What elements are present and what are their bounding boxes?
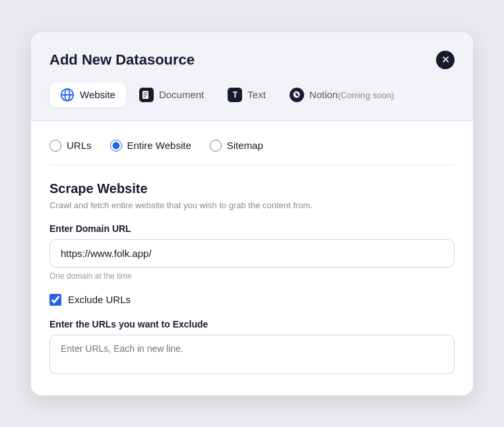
section-divider bbox=[49, 165, 455, 165]
exclude-field-label: Enter the URLs you want to Exclude bbox=[49, 319, 455, 329]
radio-urls-input[interactable] bbox=[49, 140, 61, 152]
radio-group: URLs Entire Website Sitemap bbox=[49, 140, 455, 152]
notion-icon bbox=[290, 88, 304, 102]
document-icon bbox=[139, 88, 154, 102]
tab-text[interactable]: T Text bbox=[217, 82, 276, 107]
radio-sitemap[interactable]: Sitemap bbox=[210, 140, 263, 152]
radio-sitemap-input[interactable] bbox=[210, 140, 222, 152]
radio-sitemap-label: Sitemap bbox=[227, 140, 263, 151]
exclude-urls-label[interactable]: Exclude URLs bbox=[68, 294, 131, 305]
domain-field-label: Enter Domain URL bbox=[49, 223, 455, 234]
modal-title: Add New Datasource bbox=[49, 51, 195, 69]
domain-url-input[interactable] bbox=[49, 239, 455, 268]
exclude-urls-row: Exclude URLs bbox=[49, 294, 455, 306]
tab-notion[interactable]: Notion(Coming soon) bbox=[279, 82, 405, 107]
section-description: Crawl and fetch entire website that you … bbox=[49, 200, 455, 210]
tab-website-label: Website bbox=[80, 89, 115, 100]
radio-urls[interactable]: URLs bbox=[49, 140, 92, 152]
section-title: Scrape Website bbox=[49, 181, 455, 196]
exclude-urls-textarea[interactable] bbox=[49, 335, 455, 374]
tabs-bar: Website Document T Text bbox=[31, 82, 473, 121]
globe-icon bbox=[60, 88, 75, 102]
modal-body: URLs Entire Website Sitemap Scrape Websi… bbox=[31, 121, 473, 395]
add-datasource-modal: Add New Datasource ✕ Website bbox=[31, 32, 473, 395]
radio-urls-label: URLs bbox=[67, 140, 92, 151]
tab-document-label: Document bbox=[159, 89, 204, 100]
radio-entire-website-label: Entire Website bbox=[127, 140, 191, 151]
close-button[interactable]: ✕ bbox=[436, 51, 455, 69]
domain-field-hint: One domain at the time bbox=[49, 271, 455, 281]
modal-header: Add New Datasource ✕ bbox=[31, 32, 473, 82]
radio-entire-website[interactable]: Entire Website bbox=[110, 140, 191, 152]
text-icon: T bbox=[228, 88, 242, 102]
exclude-urls-checkbox[interactable] bbox=[49, 294, 61, 306]
tab-text-label: Text bbox=[247, 89, 266, 100]
tab-document[interactable]: Document bbox=[129, 82, 214, 107]
tab-website[interactable]: Website bbox=[49, 82, 126, 107]
tab-notion-label: Notion(Coming soon) bbox=[309, 89, 394, 100]
close-icon: ✕ bbox=[441, 55, 450, 65]
radio-entire-website-input[interactable] bbox=[110, 140, 122, 152]
